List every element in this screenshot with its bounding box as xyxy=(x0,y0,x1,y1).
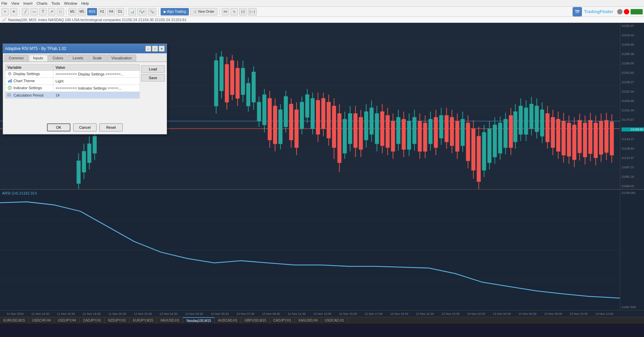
menu-charts[interactable]: Charts xyxy=(37,1,47,5)
svg-rect-39 xyxy=(257,102,261,121)
toolbar-indicators[interactable]: ≡≡ xyxy=(222,8,229,15)
svg-rect-192 xyxy=(519,106,523,134)
toolbar-line[interactable]: ╱ xyxy=(22,8,29,15)
dialog-body: Variable Value Display Settings xyxy=(3,62,167,121)
tf-m15[interactable]: M15 xyxy=(87,8,97,15)
svg-rect-108 xyxy=(375,114,379,144)
menu-window[interactable]: Window xyxy=(64,1,77,5)
toolbar-new-chart[interactable]: + xyxy=(1,8,9,15)
toolbar-chart-type[interactable]: 📊 xyxy=(128,8,136,15)
tab-colors[interactable]: Colors xyxy=(48,55,68,61)
toolbar-rect[interactable]: □ xyxy=(57,8,64,15)
menu-tools[interactable]: Tools xyxy=(51,1,60,5)
indicator-chart: ARSI (14) 21162.313 21339.981 21087.908 xyxy=(0,189,644,310)
tab-xagusd-h4[interactable]: XAGUSD,H4 xyxy=(295,317,321,324)
toolbar-zoom-out[interactable]: 🔍- xyxy=(148,8,156,15)
chart-icon xyxy=(7,78,12,83)
tab-audcad-h1[interactable]: AUDCAD,H1 xyxy=(215,317,241,324)
cancel-button[interactable]: Cancel xyxy=(73,123,97,131)
svg-rect-96 xyxy=(343,119,347,153)
var-display-settings: Display Settings xyxy=(5,71,53,78)
svg-rect-270 xyxy=(88,144,91,163)
toolbar-arrow[interactable]: ↗ xyxy=(48,8,55,15)
tab-cadjpy-h1-2[interactable]: CADJPY,H1 xyxy=(270,317,295,324)
tf-h1[interactable]: H1 xyxy=(98,8,106,15)
svg-rect-201 xyxy=(535,106,539,132)
toolbar-user xyxy=(617,9,643,14)
reset-button[interactable]: Reset xyxy=(99,123,123,131)
table-row[interactable]: Indicator Settings ========== Indicator … xyxy=(5,85,140,92)
tab-nzdjpy-h1[interactable]: NZDJPY,H1 xyxy=(105,317,129,324)
table-row[interactable]: Display Settings ========== Display Sett… xyxy=(5,71,140,78)
tab-usdcad-h1[interactable]: USDCAD,H1 xyxy=(321,317,348,324)
svg-rect-207 xyxy=(509,115,513,148)
tf-m1[interactable]: M1 xyxy=(68,8,76,15)
menu-insert[interactable]: Insert xyxy=(23,1,33,5)
svg-rect-219 xyxy=(562,121,566,155)
toolbar-more2[interactable]: |↔| xyxy=(248,8,256,15)
svg-rect-186 xyxy=(504,119,507,148)
menu-view[interactable]: View xyxy=(11,1,19,5)
tab-eurusd-m15[interactable]: EURUSD,M15 xyxy=(0,317,29,324)
tab-inputs[interactable]: Inputs xyxy=(29,55,48,61)
tab-eurjpy-m15[interactable]: EURJPY,M15 xyxy=(129,317,157,324)
svg-rect-24 xyxy=(214,61,218,106)
svg-rect-183 xyxy=(498,123,502,153)
ok-button[interactable]: OK xyxy=(47,123,70,131)
algo-trading-btn[interactable]: ▶ Algo Trading xyxy=(161,8,189,15)
val-calc-period[interactable]: 14 xyxy=(53,92,140,99)
tf-h4[interactable]: H4 xyxy=(107,8,115,15)
tab-nasdaq100-m15[interactable]: Nasdaq100,M15 xyxy=(183,317,215,324)
table-row[interactable]: Chart Theme Light xyxy=(5,78,140,85)
menu-bar: File View Insert Charts Tools Window Hel… xyxy=(0,0,644,7)
tab-common[interactable]: Common xyxy=(4,55,28,61)
svg-rect-231 xyxy=(583,123,587,157)
params-table: Variable Value Display Settings xyxy=(5,64,140,99)
dialog-titlebar-buttons: – □ ✕ xyxy=(145,46,165,52)
tab-visualization[interactable]: Visualization xyxy=(107,55,137,61)
tab-cadjpy-h1[interactable]: CADJPY,H1 xyxy=(79,317,105,324)
tab-usdjpy-h4[interactable]: USDJPY,H4 xyxy=(55,317,80,324)
svg-rect-111 xyxy=(354,114,357,148)
svg-rect-234 xyxy=(589,120,592,154)
svg-rect-117 xyxy=(380,112,384,146)
tab-gbpusd-m15[interactable]: GBPUSD,M15 xyxy=(241,317,270,324)
tf-d1[interactable]: D1 xyxy=(116,8,124,15)
save-button[interactable]: Save xyxy=(141,74,165,81)
svg-rect-123 xyxy=(391,121,395,151)
side-buttons: Load Save xyxy=(141,64,165,119)
chart-info-text: Nasdaq100, M15: Index NASDAQ 100 USA tec… xyxy=(8,18,186,22)
dialog-maximize-btn[interactable]: □ xyxy=(152,46,158,52)
svg-rect-72 xyxy=(311,98,315,128)
gear-icon xyxy=(7,71,12,76)
dialog-close-btn[interactable]: ✕ xyxy=(159,46,165,52)
new-order-btn[interactable]: 🛒 New Order xyxy=(190,8,217,15)
dialog-minimize-btn[interactable]: – xyxy=(145,46,151,52)
tf-m5[interactable]: M5 xyxy=(78,8,86,15)
menu-file[interactable]: File xyxy=(1,1,7,5)
toolbar-text[interactable]: T xyxy=(39,8,47,15)
toolbar-hline[interactable]: — xyxy=(31,8,38,15)
toolbar-crosshair[interactable]: ✛ xyxy=(10,8,17,15)
bottom-tabs: EURUSD,M15 USDCHF,H4 USDJPY,H4 CADJPY,H1… xyxy=(0,317,644,324)
toolbar-zoom-in[interactable]: 🔍+ xyxy=(137,8,147,15)
svg-rect-144 xyxy=(402,119,406,149)
toolbar-more1[interactable]: |↕| xyxy=(239,8,247,15)
load-button[interactable]: Load xyxy=(141,65,165,73)
menu-help[interactable]: Help xyxy=(81,1,89,5)
svg-rect-150 xyxy=(423,123,427,152)
tab-scale[interactable]: Scale xyxy=(88,55,106,61)
tab-usdchf-h4[interactable]: USDCHF,H4 xyxy=(29,317,54,324)
tradingfinder-logo: TF TradingFinder xyxy=(573,7,613,16)
toolbar-trendline[interactable]: ∿ xyxy=(230,8,238,15)
svg-point-286 xyxy=(9,73,10,74)
svg-rect-147 xyxy=(418,121,422,151)
var-calc-period: 01 Calculation Period xyxy=(5,92,53,99)
tab-levels[interactable]: Levels xyxy=(68,55,88,61)
svg-point-292 xyxy=(9,88,10,89)
dialog-titlebar: Adaptive RSI MT5 - By TFlab 1.02 – □ ✕ xyxy=(3,44,167,53)
table-row-selected[interactable]: 01 Calculation Period 14 xyxy=(5,92,140,99)
svg-rect-264 xyxy=(77,161,80,183)
chart-info-bar: 📈 Nasdaq100, M15: Index NASDAQ 100 USA t… xyxy=(0,17,644,23)
tab-xauusd-h1[interactable]: XAUUSD,H1 xyxy=(157,317,183,324)
